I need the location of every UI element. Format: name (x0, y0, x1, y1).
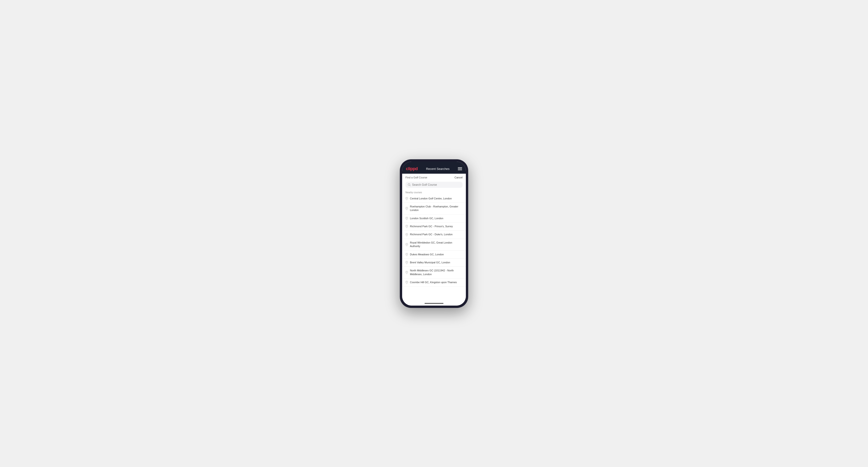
list-item[interactable]: North Middlesex GC (1011942 - North Midd… (402, 267, 466, 278)
svg-point-9 (406, 262, 407, 262)
search-input[interactable] (412, 183, 460, 186)
nearby-courses-label: Nearby courses (402, 190, 466, 195)
svg-point-7 (406, 244, 407, 245)
pin-icon (405, 217, 408, 220)
search-icon (408, 183, 411, 186)
course-name: Roehampton Club - Roehampton, Greater Lo… (410, 205, 463, 212)
course-name: Royal Wimbledon GC, Great London Authori… (410, 241, 463, 248)
course-name: Central London Golf Centre, London (410, 197, 452, 200)
course-name: Richmond Park GC - Prince's, Surrey (410, 225, 453, 228)
list-item[interactable]: Central London Golf Centre, London (402, 195, 466, 203)
home-indicator (402, 302, 466, 306)
hamburger-menu-icon[interactable] (458, 167, 462, 170)
course-list: Central London Golf Centre, London Roeha… (402, 195, 466, 302)
svg-point-2 (406, 198, 407, 198)
svg-point-4 (406, 218, 407, 218)
find-bar: Find a Golf Course Cancel (402, 174, 466, 181)
hamburger-line-2 (458, 168, 462, 169)
list-item[interactable]: Coombe Hill GC, Kingston upon Thames (402, 278, 466, 286)
pin-icon (405, 197, 408, 200)
nav-title: Recent Searches (426, 167, 450, 170)
svg-point-10 (406, 272, 407, 272)
pin-icon (405, 281, 408, 284)
home-bar (425, 303, 443, 304)
phone-frame: clippd Recent Searches Find a Golf Cours… (400, 159, 468, 308)
list-item[interactable]: London Scottish GC, London (402, 215, 466, 222)
list-item[interactable]: Brent Valley Municipal GC, London (402, 259, 466, 267)
svg-line-1 (410, 185, 410, 186)
find-label: Find a Golf Course (405, 176, 427, 179)
pin-icon (405, 233, 408, 236)
svg-point-3 (406, 208, 407, 208)
pin-icon (405, 253, 408, 256)
course-name: Richmond Park GC - Duke's, London (410, 233, 453, 236)
nav-bar: clippd Recent Searches (402, 164, 466, 174)
main-content: Find a Golf Course Cancel Nearby courses (402, 174, 466, 302)
list-item[interactable]: Roehampton Club - Roehampton, Greater Lo… (402, 203, 466, 215)
course-name: Coombe Hill GC, Kingston upon Thames (410, 281, 457, 284)
svg-point-6 (406, 234, 407, 235)
status-bar (402, 162, 466, 164)
list-item[interactable]: Richmond Park GC - Duke's, London (402, 230, 466, 239)
search-container (402, 181, 466, 190)
svg-point-8 (406, 254, 407, 254)
svg-point-5 (406, 226, 407, 226)
pin-icon (405, 271, 408, 274)
course-name: Dukes Meadows GC, London (410, 253, 444, 256)
list-item[interactable]: Royal Wimbledon GC, Great London Authori… (402, 239, 466, 251)
list-item[interactable]: Dukes Meadows GC, London (402, 251, 466, 259)
search-box (405, 182, 463, 188)
phone-screen: clippd Recent Searches Find a Golf Cours… (402, 162, 466, 306)
pin-icon (405, 207, 408, 210)
course-name: London Scottish GC, London (410, 217, 443, 220)
course-name: Brent Valley Municipal GC, London (410, 261, 450, 264)
hamburger-line-3 (458, 170, 462, 170)
cancel-button[interactable]: Cancel (455, 176, 463, 179)
list-item[interactable]: Richmond Park GC - Prince's, Surrey (402, 222, 466, 230)
svg-point-11 (406, 282, 407, 282)
pin-icon (405, 243, 408, 246)
pin-icon (405, 261, 408, 264)
pin-icon (405, 225, 408, 228)
hamburger-line-1 (458, 167, 462, 168)
course-name: North Middlesex GC (1011942 - North Midd… (410, 269, 463, 276)
app-logo: clippd (406, 166, 418, 171)
